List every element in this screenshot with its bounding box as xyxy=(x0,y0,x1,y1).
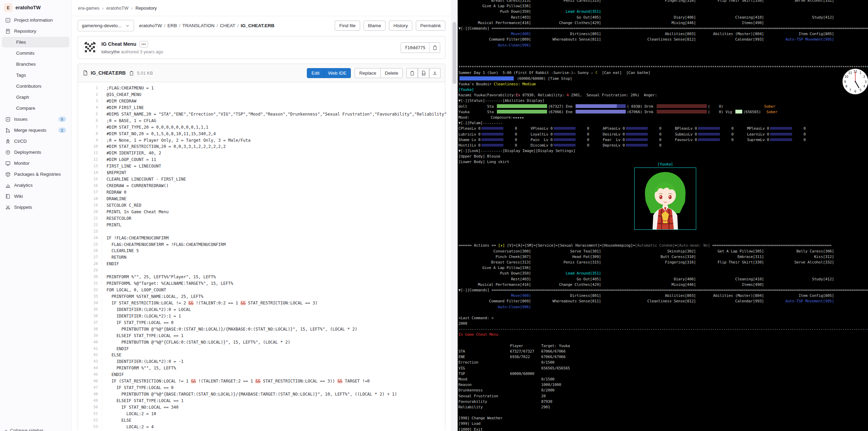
line-number[interactable]: 26 xyxy=(78,248,102,254)
command-button[interactable]: Lead Around[351] xyxy=(531,9,601,14)
command-button[interactable]: Serve Alcohol[332] xyxy=(764,0,834,3)
commit-expand-button[interactable]: ••• xyxy=(140,41,148,47)
command-button[interactable]: Auto-TSP Movement[995] xyxy=(764,37,834,42)
sidebar-item-contributors[interactable]: Contributors xyxy=(2,81,69,91)
terminal-line[interactable]: ▼[-][Look]----------[Display Image][Disp… xyxy=(458,148,868,154)
stat-target-value[interactable]: 0/1500 xyxy=(541,360,555,365)
command-button[interactable]: Cleanliness Sense[812] xyxy=(601,37,696,42)
line-number[interactable]: 2 xyxy=(78,91,102,98)
command-button[interactable]: Embrace[311] xyxy=(696,254,764,260)
stat-player-value[interactable]: 67327/67327 xyxy=(510,349,541,354)
command-button[interactable]: Butt Caress[310] xyxy=(601,254,696,260)
sidebar-item-deployments[interactable]: Deployments xyxy=(2,147,69,158)
command-button[interactable]: Give A Lap Pillow[336] xyxy=(458,3,531,9)
command-button[interactable]: Study[412] xyxy=(764,15,834,20)
stat-target-value[interactable]: 87930 xyxy=(541,399,552,404)
stat-target-value[interactable]: 0/2000 xyxy=(541,388,555,392)
command-button[interactable]: Command Filter[809] xyxy=(458,299,531,304)
sidebar-item-commits[interactable]: Commits xyxy=(2,48,69,58)
line-number[interactable]: 3 xyxy=(78,98,102,105)
stat-target-value[interactable]: 20 xyxy=(541,394,546,398)
sidebar-item-project-information[interactable]: Project information xyxy=(2,15,69,25)
command-button[interactable]: Cleanliness Sense[812] xyxy=(601,299,696,304)
command-button[interactable]: Change Clothes[429] xyxy=(531,282,601,288)
line-number[interactable]: 22 xyxy=(78,222,102,228)
command-button[interactable]: Cleaning[410] xyxy=(696,15,764,20)
command-button[interactable]: Go Out[405] xyxy=(531,15,601,20)
line-number[interactable]: 23 xyxy=(78,228,102,235)
line-number[interactable]: 32 xyxy=(78,287,102,293)
command-button[interactable]: Skinship[302] xyxy=(601,249,696,254)
command-button[interactable]: Move[400] xyxy=(458,293,531,299)
download-button[interactable] xyxy=(429,68,441,78)
command-button[interactable]: Study[412] xyxy=(764,277,834,282)
command-button[interactable]: Flip Their Skirt[330] xyxy=(696,0,764,3)
copy-file-path-icon[interactable] xyxy=(129,71,134,76)
command-button[interactable]: Penis Caress[315] xyxy=(531,260,601,265)
line-number[interactable]: 51 xyxy=(78,411,102,417)
line-number[interactable]: 28 xyxy=(78,261,102,267)
command-button[interactable]: Item Config[805] xyxy=(764,31,834,37)
command-button[interactable]: Fingering[316] xyxy=(601,260,696,265)
commit-author-avatar[interactable] xyxy=(83,40,97,55)
command-button[interactable]: Push Down[350] xyxy=(458,271,531,276)
copy-sha-button[interactable] xyxy=(429,43,440,53)
line-number[interactable]: 27 xyxy=(78,254,102,261)
commit-author[interactable]: loliscythe xyxy=(101,49,120,54)
line-number[interactable]: 6 xyxy=(78,118,102,124)
command-button[interactable]: Diary[406] xyxy=(601,15,696,20)
collapse-sidebar-button[interactable]: « Collapse sidebar xyxy=(0,427,81,431)
permalink-button[interactable]: Permalink xyxy=(416,21,445,31)
command-button[interactable]: Auto-TSP Movement[995] xyxy=(764,299,834,304)
line-number[interactable]: 17 xyxy=(78,189,102,196)
command-button[interactable]: Pinch Cheek[307] xyxy=(458,254,531,260)
path-segment[interactable]: CHEAT xyxy=(220,23,235,28)
stat-target-value[interactable]: 656565/656565 xyxy=(541,366,570,370)
line-number[interactable]: 50 xyxy=(78,404,102,411)
line-number[interactable]: 48 xyxy=(78,391,102,398)
delete-button[interactable]: Delete xyxy=(380,68,403,78)
command-button[interactable]: Fingering[316] xyxy=(601,0,696,3)
replace-button[interactable]: Replace xyxy=(355,68,381,78)
command-button[interactable]: Abilities[803] xyxy=(601,293,696,299)
command-button[interactable]: Dirtiness[801] xyxy=(531,31,601,37)
command-button[interactable]: Diary[406] xyxy=(601,277,696,282)
line-number[interactable]: 8 xyxy=(78,131,102,137)
command-button[interactable]: Conversation[300] xyxy=(458,249,531,254)
command-button[interactable]: Lead Around[351] xyxy=(531,271,601,276)
command-button[interactable]: Rest[403] xyxy=(458,15,531,20)
sidebar-item-graph[interactable]: Graph xyxy=(2,92,69,103)
edit-button[interactable]: Edit xyxy=(307,68,324,78)
sidebar-item-analytics[interactable]: Analytics xyxy=(2,180,69,191)
line-number[interactable]: 29 xyxy=(78,267,102,274)
command-button[interactable]: Serve Alcohol[332] xyxy=(764,260,834,265)
line-number[interactable]: 52 xyxy=(78,417,102,424)
sidebar-item-ci-cd[interactable]: CI/CD xyxy=(2,136,69,147)
line-number[interactable]: 25 xyxy=(78,241,102,248)
page-scrollbar[interactable] xyxy=(451,0,457,431)
line-number[interactable]: 41 xyxy=(78,346,102,352)
command-button[interactable]: Change Clothes[429] xyxy=(531,20,601,26)
line-number[interactable]: 9 xyxy=(78,137,102,144)
line-number[interactable]: 11 xyxy=(78,150,102,157)
command-button[interactable]: Calendar[993] xyxy=(696,37,764,42)
line-number[interactable]: 53 xyxy=(78,424,102,430)
command-button[interactable]: Whereabouts Sense[811] xyxy=(531,299,601,304)
command-button[interactable]: Dirtiness[801] xyxy=(531,293,601,299)
command-button[interactable]: Whereabouts Sense[811] xyxy=(531,37,601,42)
command-button[interactable]: Head Pat[309] xyxy=(531,254,601,260)
line-number[interactable]: 16 xyxy=(78,183,102,189)
line-number[interactable]: 33 xyxy=(78,293,102,300)
line-number[interactable]: 37 xyxy=(78,320,102,326)
terminal-line[interactable]: [1000] Exit xyxy=(458,427,868,431)
command-button[interactable]: Breast Caress[313] xyxy=(458,260,531,265)
stat-player-value[interactable]: Player xyxy=(510,343,541,349)
path-segment[interactable]: TRANSLATION xyxy=(182,23,215,28)
command-button[interactable]: Breast Caress[313] xyxy=(458,0,531,3)
web-ide-button[interactable]: Web IDE xyxy=(324,68,351,78)
breadcrumb-project[interactable]: eratohoTW xyxy=(106,6,128,11)
line-number[interactable]: 34 xyxy=(78,300,102,306)
line-number[interactable]: 21 xyxy=(78,215,102,222)
command-button[interactable]: Command Filter[809] xyxy=(458,37,531,42)
command-button[interactable]: Serve Tea[301] xyxy=(531,249,601,254)
